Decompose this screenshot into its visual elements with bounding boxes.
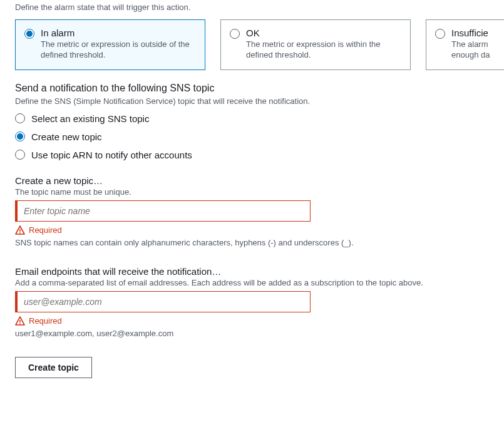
- radio-label: Use topic ARN to notify other accounts: [31, 150, 192, 160]
- radio-icon: [15, 150, 25, 160]
- state-card-title: OK: [246, 28, 400, 38]
- radio-select-existing[interactable]: Select an existing SNS topic: [15, 113, 489, 124]
- topic-name-helper: SNS topic names can contain only alphanu…: [15, 238, 489, 247]
- state-card-insufficient[interactable]: Insufficie The alarm enough da: [426, 19, 504, 70]
- svg-point-1: [19, 232, 21, 234]
- radio-icon: [435, 29, 445, 39]
- radio-icon: [230, 29, 240, 39]
- radio-icon: [24, 29, 34, 39]
- topic-name-field-group: Create a new topic… The topic name must …: [15, 175, 489, 247]
- state-card-ok[interactable]: OK The metric or expression is within th…: [220, 19, 411, 70]
- state-card-desc: enough da: [451, 50, 490, 61]
- sns-heading: Send a notification to the following SNS…: [15, 83, 489, 94]
- radio-use-arn[interactable]: Use topic ARN to notify other accounts: [15, 150, 489, 160]
- create-topic-button[interactable]: Create topic: [15, 357, 92, 378]
- email-field-group: Email endpoints that will receive the no…: [15, 266, 489, 338]
- topic-name-input[interactable]: [15, 200, 311, 222]
- email-helper: user1@example.com, user2@example.com: [15, 329, 489, 338]
- radio-label: Create new topic: [31, 131, 102, 142]
- warning-icon: [15, 225, 25, 235]
- state-card-desc: The metric or expression is within the d…: [246, 39, 400, 61]
- state-card-title: In alarm: [41, 28, 195, 38]
- state-card-desc: The metric or expression is outside of t…: [41, 39, 195, 61]
- email-hint: Add a comma-separated list of email addr…: [15, 278, 489, 287]
- alarm-state-cards: In alarm The metric or expression is out…: [15, 19, 489, 70]
- topic-name-label: Create a new topic…: [15, 175, 489, 186]
- radio-label: Select an existing SNS topic: [31, 113, 149, 124]
- state-card-desc: The alarm: [451, 39, 490, 50]
- email-label: Email endpoints that will receive the no…: [15, 266, 489, 277]
- state-card-title: Insufficie: [451, 28, 490, 38]
- svg-point-3: [19, 323, 21, 324]
- email-input[interactable]: [15, 291, 311, 312]
- state-card-in-alarm[interactable]: In alarm The metric or expression is out…: [15, 19, 205, 70]
- alarm-state-hint: Define the alarm state that will trigger…: [15, 3, 489, 12]
- topic-name-error: Required: [29, 225, 62, 235]
- radio-icon: [15, 131, 25, 141]
- radio-create-new[interactable]: Create new topic: [15, 131, 489, 142]
- warning-icon: [15, 316, 25, 326]
- email-error: Required: [29, 316, 62, 326]
- sns-hint: Define the SNS (Simple Notification Serv…: [15, 96, 489, 106]
- topic-name-hint: The topic name must be unique.: [15, 187, 489, 197]
- sns-topic-options: Select an existing SNS topic Create new …: [15, 113, 489, 160]
- radio-icon: [15, 113, 25, 123]
